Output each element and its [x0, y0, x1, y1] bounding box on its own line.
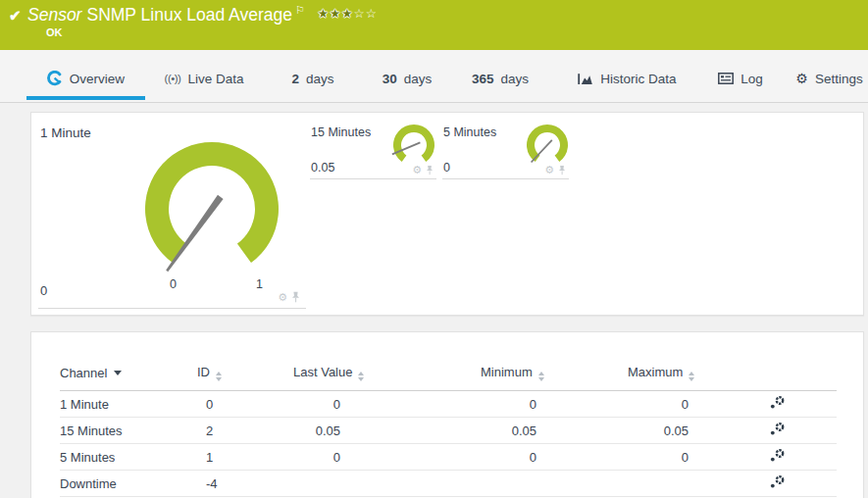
gauge-title: 5 Minutes [443, 125, 496, 139]
tab-365-days[interactable]: 365 days [464, 50, 536, 102]
gauge-toolbar: ⚙ [544, 165, 566, 175]
column-label: Minimum [481, 365, 533, 379]
sensor-header: ✔ SensorSNMP Linux Load Average⚐★★★☆☆ OK [0, 0, 868, 50]
gauge-toolbar: ⚙ [412, 165, 434, 175]
gauge-current-value: 0 [40, 283, 47, 298]
pin-icon[interactable] [291, 291, 300, 303]
column-header-last-value[interactable]: Last Value [285, 359, 350, 391]
tab-label: Live Data [187, 72, 243, 86]
gauge-current-value: 0.05 [311, 161, 334, 174]
gauge-settings-gear-icon[interactable]: ⚙ [544, 165, 554, 175]
tab-label: Historic Data [600, 72, 676, 86]
tab-log[interactable]: Log [708, 50, 773, 102]
active-tab-underline [26, 96, 145, 100]
gauge-title: 15 Minutes [311, 125, 371, 139]
status-badge: OK [46, 26, 63, 38]
cell-maximum: 0 [546, 391, 698, 418]
tab-settings[interactable]: ⚙ Settings [791, 50, 868, 102]
tab-label: days [306, 72, 334, 86]
table-header-row: Channel ID Last Value Minimum Maximum [60, 359, 837, 391]
priority-stars-empty[interactable]: ☆☆ [353, 7, 377, 21]
cell-maximum: 0 [546, 444, 698, 471]
tab-label-number: 2 [291, 72, 299, 86]
cell-minimum [350, 471, 546, 497]
cell-channel[interactable]: 15 Minutes [60, 418, 197, 444]
status-ok-check-icon: ✔ [9, 7, 22, 25]
area-chart-icon [578, 73, 593, 85]
cell-minimum: 0.05 [350, 418, 546, 444]
column-label: Last Value [293, 365, 352, 379]
priority-stars-filled[interactable]: ★★★ [318, 7, 354, 21]
edit-channel-settings-icon[interactable] [769, 448, 786, 466]
tab-overview[interactable]: Overview [26, 50, 145, 102]
prtg-sensor-page: ✔ SensorSNMP Linux Load Average⚐★★★☆☆ OK… [0, 0, 868, 498]
edit-channel-settings-icon[interactable] [769, 474, 786, 492]
column-header-channel[interactable]: Channel [60, 359, 197, 391]
gauge-dial [390, 124, 437, 169]
tab-2-days[interactable]: 2 days [282, 50, 343, 102]
gauge-dial [135, 134, 292, 281]
sensor-title-line: SensorSNMP Linux Load Average⚐★★★☆☆ [27, 5, 378, 25]
page-title: SNMP Linux Load Average [86, 5, 292, 25]
gauge-icon [47, 71, 63, 86]
priority-stars[interactable]: ★★★☆☆ [318, 7, 378, 21]
column-header-actions [698, 359, 837, 391]
live-data-icon: ((•)) [165, 73, 181, 84]
gauges-panel: 1 Minute 0 1 0 ⚙ 15 Minutes [30, 112, 864, 316]
gauge-scale-min: 0 [170, 277, 177, 291]
gauge-1-minute[interactable]: 1 Minute 0 1 0 ⚙ [38, 123, 306, 309]
column-header-id[interactable]: ID [197, 359, 285, 391]
gauge-toolbar: ⚙ [278, 291, 300, 303]
cell-last-value [285, 471, 350, 497]
gauge-current-value: 0 [443, 161, 450, 174]
sensor-type-label: Sensor [27, 5, 81, 25]
table-row: 5 Minutes 1 0 0 0 [60, 444, 837, 471]
gauge-5-minutes[interactable]: 5 Minutes 0 ⚙ [442, 121, 569, 179]
sort-icon [689, 372, 694, 381]
cell-maximum [546, 471, 698, 497]
gauge-settings-gear-icon[interactable]: ⚙ [278, 292, 287, 303]
cell-id: 2 [197, 418, 285, 444]
table-row: 1 Minute 0 0 0 0 [60, 391, 837, 418]
cell-channel[interactable]: 5 Minutes [60, 444, 197, 471]
sort-icon [216, 372, 222, 381]
cell-id: 0 [197, 391, 285, 418]
tab-live-data[interactable]: ((•)) Live Data [155, 50, 253, 102]
cell-last-value: 0.05 [285, 418, 350, 444]
gauge-title: 1 Minute [40, 125, 91, 140]
sort-icon [538, 372, 544, 381]
tab-historic-data[interactable]: Historic Data [562, 50, 692, 102]
cell-channel[interactable]: Downtime [60, 471, 197, 497]
tab-label: days [501, 72, 530, 86]
gauge-15-minutes[interactable]: 15 Minutes 0.05 ⚙ [310, 121, 436, 179]
cell-id: -4 [197, 471, 285, 497]
channel-table: Channel ID Last Value Minimum Maximum 1 … [60, 359, 837, 497]
tab-label: Overview [70, 72, 125, 86]
cell-last-value: 0 [285, 391, 350, 418]
column-header-maximum[interactable]: Maximum [546, 359, 698, 391]
cell-last-value: 0 [285, 444, 350, 471]
gauge-scale-max: 1 [256, 277, 263, 291]
column-label: Channel [60, 366, 107, 380]
edit-channel-settings-icon[interactable] [769, 395, 786, 413]
pin-icon[interactable] [558, 165, 566, 175]
tab-label: Settings [815, 72, 863, 86]
sorted-desc-icon [114, 371, 122, 375]
cell-maximum: 0.05 [546, 418, 698, 444]
gauge-dial [524, 124, 571, 169]
log-list-icon [718, 73, 734, 84]
tab-30-days[interactable]: 30 days [371, 50, 443, 102]
tab-label-number: 365 [472, 72, 494, 86]
column-header-minimum[interactable]: Minimum [350, 359, 546, 391]
gauge-settings-gear-icon[interactable]: ⚙ [412, 165, 422, 175]
pin-icon[interactable] [426, 165, 434, 175]
table-row: Downtime -4 [60, 471, 837, 497]
edit-channel-settings-icon[interactable] [769, 422, 786, 439]
cell-minimum: 0 [350, 391, 546, 418]
cell-minimum: 0 [350, 444, 546, 471]
cell-id: 1 [197, 444, 285, 471]
cell-channel[interactable]: 1 Minute [60, 391, 197, 418]
table-row: 15 Minutes 2 0.05 0.05 0.05 [60, 418, 837, 444]
channels-panel: Channel ID Last Value Minimum Maximum 1 … [30, 331, 864, 498]
column-label: ID [197, 365, 210, 379]
